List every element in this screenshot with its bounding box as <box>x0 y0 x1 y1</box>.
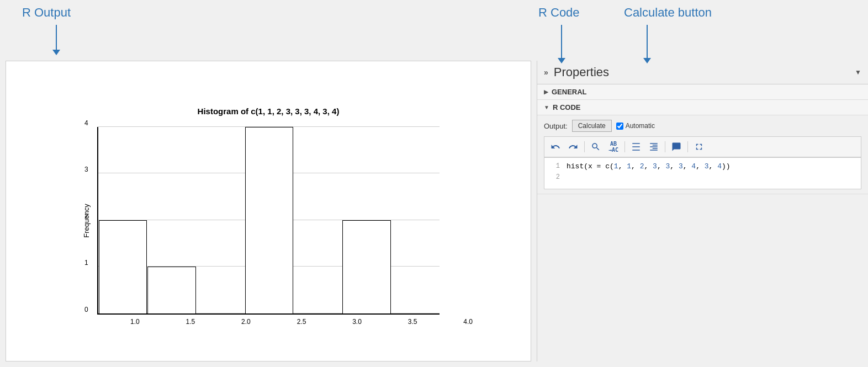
properties-panel: » Properties ▼ ▶ GENERAL ▼ R CODE Output… <box>537 61 868 361</box>
properties-header: » Properties ▼ <box>537 61 868 84</box>
chart-area: 0 1 2 3 4 <box>97 127 440 315</box>
automatic-label: Automatic <box>626 122 655 130</box>
expand-icon <box>694 142 704 152</box>
y-tick-3: 3 <box>84 166 88 173</box>
x-label-3-5: 3.5 <box>408 318 417 326</box>
find-button[interactable] <box>588 140 604 153</box>
find-icon <box>591 142 601 152</box>
code-content-1: hist(x = c(1, 1, 2, 3, 3, 3, 4, 3, 4)) <box>567 162 731 171</box>
toolbar-sep-3 <box>665 141 665 152</box>
r-output-arrow <box>52 25 60 55</box>
calculate-button[interactable]: Calculate <box>572 120 612 132</box>
code-toolbar: AB→AC <box>544 136 861 157</box>
general-tri-icon: ▶ <box>544 89 548 95</box>
histogram-panel: Histogram of c(1, 1, 2, 3, 3, 3, 4, 3, 4… <box>6 61 531 361</box>
redo-icon <box>568 142 578 152</box>
bar-1-5-2-0 <box>147 267 195 313</box>
redo-button[interactable] <box>565 140 581 153</box>
general-section-label: GENERAL <box>552 88 587 96</box>
general-section-header[interactable]: ▶ GENERAL <box>537 84 868 100</box>
calc-button-arrow <box>643 25 651 63</box>
histogram-container: Histogram of c(1, 1, 2, 3, 3, 3, 4, 3, 4… <box>64 84 473 338</box>
undo-button[interactable] <box>548 140 563 153</box>
x-label-1-5: 1.5 <box>186 318 195 326</box>
x-label-3-0: 3.0 <box>352 318 362 326</box>
r-output-annotation: R Output <box>22 6 71 20</box>
replace-icon: AB→AC <box>608 141 618 153</box>
chevron-icon: » <box>544 68 548 77</box>
histogram-title: Histogram of c(1, 1, 2, 3, 3, 3, 4, 3, 4… <box>97 107 440 116</box>
y-tick-4: 4 <box>84 119 88 127</box>
y-tick-2: 2 <box>84 212 88 220</box>
toolbar-sep-4 <box>687 141 688 152</box>
r-code-section-body: Output: Calculate Automatic <box>537 115 868 194</box>
x-label-2-0: 2.0 <box>241 318 251 326</box>
outdent-icon <box>649 142 659 152</box>
y-tick-1: 1 <box>84 259 88 267</box>
bar-3-5-4-0 <box>342 220 390 313</box>
output-row: Output: Calculate Automatic <box>544 120 861 132</box>
bar-2-5-3-0 <box>245 127 293 313</box>
properties-title: Properties <box>554 65 849 79</box>
properties-dropdown-arrow[interactable]: ▼ <box>855 68 861 76</box>
indent-button[interactable] <box>628 140 644 153</box>
replace-button[interactable]: AB→AC <box>606 139 621 155</box>
bar-1-0-1-5 <box>99 220 147 313</box>
code-editor[interactable]: 1 hist(x = c(1, 1, 2, 3, 3, 3, 4, 3, 4))… <box>544 157 861 189</box>
r-code-section-header[interactable]: ▼ R CODE <box>537 100 868 115</box>
r-code-annotation: R Code <box>538 6 580 20</box>
line-number-2: 2 <box>549 173 560 181</box>
code-line-2: 2 <box>544 173 861 184</box>
x-label-2-5: 2.5 <box>297 318 306 326</box>
automatic-checkbox-row: Automatic <box>616 122 655 130</box>
expand-button[interactable] <box>691 140 707 153</box>
calc-button-annotation: Calculate button <box>624 6 712 20</box>
y-axis-label: Frequency <box>82 204 91 237</box>
output-label: Output: <box>544 122 568 130</box>
comment-button[interactable] <box>669 140 684 153</box>
indent-icon <box>631 142 641 152</box>
line-number-1: 1 <box>549 162 560 170</box>
r-code-arrow <box>558 25 565 63</box>
outdent-button[interactable] <box>646 140 661 153</box>
y-tick-0: 0 <box>84 306 88 313</box>
x-label-1-0: 1.0 <box>130 318 140 326</box>
comment-icon <box>671 142 681 152</box>
toolbar-sep-2 <box>624 141 625 152</box>
r-code-tri-icon: ▼ <box>544 104 549 110</box>
r-code-section-label: R CODE <box>553 103 581 111</box>
x-label-4-0: 4.0 <box>463 318 473 326</box>
toolbar-sep-1 <box>584 141 585 152</box>
undo-icon <box>551 142 560 152</box>
code-line-1: 1 hist(x = c(1, 1, 2, 3, 3, 3, 4, 3, 4)) <box>544 162 861 173</box>
automatic-checkbox[interactable] <box>616 123 623 130</box>
